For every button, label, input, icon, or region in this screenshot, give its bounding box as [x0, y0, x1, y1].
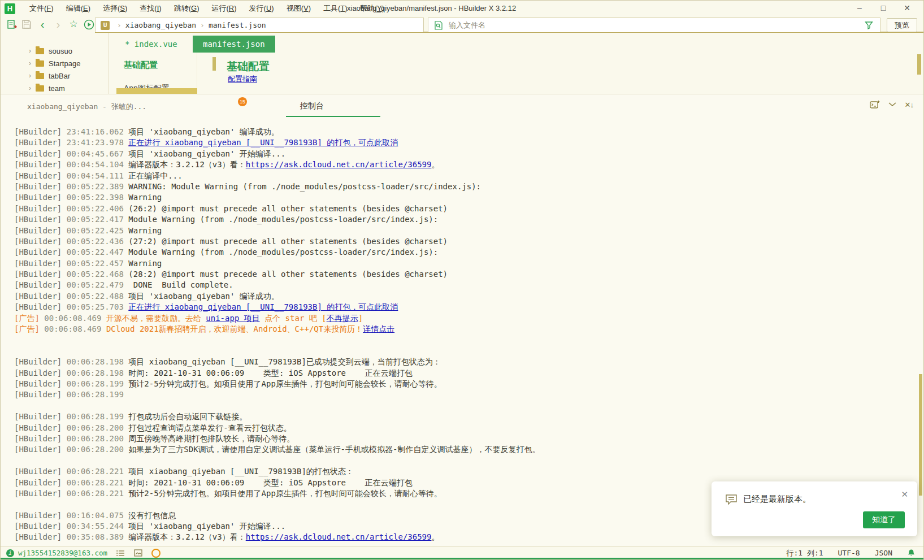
- log-text: 项目 'xiaobang_qiyeban' 开始编译...: [128, 522, 285, 531]
- console-link[interactable]: 详情点击: [363, 324, 394, 333]
- console-line: [HBuilder] 00:04:45.667 项目 'xiaobang_qiy…: [14, 149, 917, 159]
- toast-close-icon[interactable]: ✕: [901, 489, 908, 500]
- file-encoding[interactable]: UTF-8: [838, 549, 860, 557]
- new-file-icon[interactable]: [6, 19, 18, 30]
- console-link[interactable]: https://ask.dcloud.net.cn/article/36599: [246, 160, 432, 169]
- tab-console[interactable]: 控制台: [300, 101, 324, 111]
- console-line: [HBuilder] 00:06:28.199 打包成功后会自动返回下载链接。: [14, 411, 917, 422]
- log-text: WARNING: Module Warning (from ./node_mod…: [128, 182, 481, 191]
- theme-color-icon[interactable]: [151, 549, 160, 558]
- log-timestamp: 00:04:54.104: [67, 160, 129, 169]
- filter-funnel-icon[interactable]: [865, 21, 873, 29]
- new-terminal-icon[interactable]: [870, 100, 880, 109]
- tree-item-sousuo[interactable]: ›sousuo: [1, 45, 108, 57]
- console-line: [HBuilder] 00:05:22.398 Warning: [14, 192, 917, 203]
- console-line: [HBuilder] 00:05:22.406 (26:2) @import m…: [14, 203, 917, 214]
- tree-item-tabBar[interactable]: ›tabBar: [1, 70, 108, 82]
- account-info-icon[interactable]: i: [6, 549, 14, 557]
- log-timestamp: 00:04:45.667: [67, 149, 129, 158]
- menu-item[interactable]: 跳转(G): [168, 1, 206, 16]
- hbuilderx-window: H 文件(F)编辑(E)选择(S)查找(I)跳转(G)运行(R)发行(U)视图(…: [0, 0, 924, 560]
- log-timestamp: 00:34:55.244: [67, 522, 129, 531]
- chevron-right-icon[interactable]: ›: [29, 84, 36, 92]
- preview-pane-icon[interactable]: [134, 549, 142, 557]
- console-link[interactable]: uni-app 项目: [206, 314, 259, 323]
- log-prefix: [HBuilder]: [14, 379, 67, 388]
- log-text: 打包过程查询请点菜单发行-查看云打包状态。: [128, 423, 291, 432]
- console-line: [HBuilder] 23:41:16.062 项目 'xiaobang_qiy…: [14, 127, 917, 137]
- close-button[interactable]: ✕: [895, 1, 919, 16]
- chevron-right-icon[interactable]: ›: [29, 47, 36, 55]
- console-link[interactable]: 不再提示: [327, 314, 358, 323]
- log-timestamp: 00:06:28.221: [67, 489, 129, 498]
- window-title: xiaobang_qiyeban/manifest.json - HBuilde…: [347, 1, 516, 16]
- save-icon[interactable]: [21, 19, 32, 30]
- breadcrumb-project[interactable]: xiaobang_qiyeban: [125, 21, 196, 29]
- uniapp-badge-icon: U: [101, 21, 110, 30]
- log-text: Module Warning (from ./node_modules/post…: [128, 248, 438, 257]
- console-link[interactable]: 正在进行 xiaobang_qiyeban [__UNI__798193B] 的…: [128, 302, 398, 311]
- log-prefix: [HBuilder]: [14, 532, 67, 541]
- run-icon[interactable]: [83, 19, 94, 30]
- log-text: 。: [431, 532, 439, 541]
- collapse-panel-chevron-icon[interactable]: [888, 102, 897, 107]
- log-timestamp: 00:05:22.389: [67, 182, 129, 191]
- log-text: 时间: 2021-10-31 00:06:09 类型: iOS Appstore…: [128, 368, 412, 377]
- config-guide-link[interactable]: 配置指南: [228, 74, 257, 84]
- menu-item[interactable]: 文件(F): [23, 1, 60, 16]
- close-console-icon[interactable]: ✕↓: [905, 101, 913, 109]
- favorite-star-icon[interactable]: ☆: [68, 19, 79, 30]
- menu-item[interactable]: 编辑(E): [60, 1, 97, 16]
- tab-manifest-json[interactable]: manifest.json: [193, 36, 275, 53]
- console-line: [HBuilder] 00:06:28.198 时间: 2021-10-31 0…: [14, 368, 917, 379]
- forward-icon[interactable]: ›: [53, 19, 64, 30]
- menu-item[interactable]: 发行(U): [243, 1, 280, 16]
- menu-item[interactable]: 运行(R): [205, 1, 242, 16]
- console-blank-line: [14, 455, 917, 466]
- log-timestamp: 00:05:22.447: [67, 248, 129, 257]
- tree-item-team[interactable]: ›team: [1, 82, 108, 94]
- tab-index-vue[interactable]: * index.vue: [115, 36, 188, 53]
- log-prefix: [HBuilder]: [14, 193, 67, 202]
- editor-region: ›sousuo›Startpage›tabBar›team * index.vu…: [1, 33, 923, 94]
- breadcrumb[interactable]: U › xiaobang_qiyeban › manifest.json: [95, 18, 424, 32]
- back-icon[interactable]: ‹: [37, 19, 48, 30]
- search-input[interactable]: [448, 20, 865, 30]
- console-link[interactable]: https://ask.dcloud.net.cn/article/36599: [246, 532, 432, 541]
- menu-item[interactable]: 查找(I): [133, 1, 167, 16]
- maximize-button[interactable]: □: [871, 1, 895, 16]
- console-line: [HBuilder] 00:05:22.468 (28:2) @import m…: [14, 269, 917, 280]
- editor-scrollbar-thumb[interactable]: [917, 54, 921, 75]
- chevron-right-icon[interactable]: ›: [29, 59, 36, 67]
- log-text: 没有打包信息: [128, 511, 176, 520]
- console-link[interactable]: 正在进行 xiaobang_qiyeban [__UNI__798193B] 的…: [128, 138, 398, 147]
- log-text: 预计2-5分钟完成打包。如项目使用了App原生插件，打包时间可能会较长，请耐心等…: [128, 379, 442, 388]
- file-type[interactable]: JSON: [875, 549, 892, 557]
- nav-scrollbar-thumb[interactable]: [212, 57, 216, 71]
- log-prefix: [HBuilder]: [14, 368, 67, 377]
- log-prefix: [HBuilder]: [14, 259, 67, 268]
- chevron-right-icon[interactable]: ›: [29, 72, 36, 80]
- console-line: [HBuilder] 00:05:22.479 DONE Build compl…: [14, 280, 917, 290]
- log-timestamp: 00:06:28.200: [67, 445, 129, 454]
- console-line: [HBuilder] 00:06:28.200 如果是为了三方SDK调试，请使用…: [14, 444, 917, 455]
- menu-item[interactable]: 选择(S): [97, 1, 133, 16]
- breadcrumb-file[interactable]: manifest.json: [209, 21, 266, 29]
- log-text: [: [322, 314, 326, 323]
- folder-icon: [36, 85, 44, 92]
- minimize-button[interactable]: –: [848, 1, 871, 16]
- manifest-nav-item-basic-config[interactable]: 基础配置: [124, 60, 158, 71]
- toast-ok-button[interactable]: 知道了: [863, 511, 905, 528]
- outline-icon[interactable]: [116, 550, 125, 557]
- console-project-selector[interactable]: xiaobang_qiyeban - 张敏的...: [27, 102, 146, 112]
- bell-icon[interactable]: [907, 549, 916, 557]
- account-email[interactable]: wj13554152839@163.com: [18, 549, 107, 557]
- menu-item[interactable]: 视图(V): [280, 1, 317, 16]
- preview-button[interactable]: 预览: [887, 18, 917, 32]
- tree-item-Startpage[interactable]: ›Startpage: [1, 57, 108, 70]
- log-timestamp: 00:06:08.469: [44, 324, 106, 333]
- log-timestamp: 00:06:28.198: [67, 368, 129, 377]
- manifest-section-heading: 基础配置: [227, 59, 270, 74]
- console-scrollbar-thumb[interactable]: [919, 374, 922, 496]
- log-text: Module Warning (from ./node_modules/post…: [128, 215, 438, 224]
